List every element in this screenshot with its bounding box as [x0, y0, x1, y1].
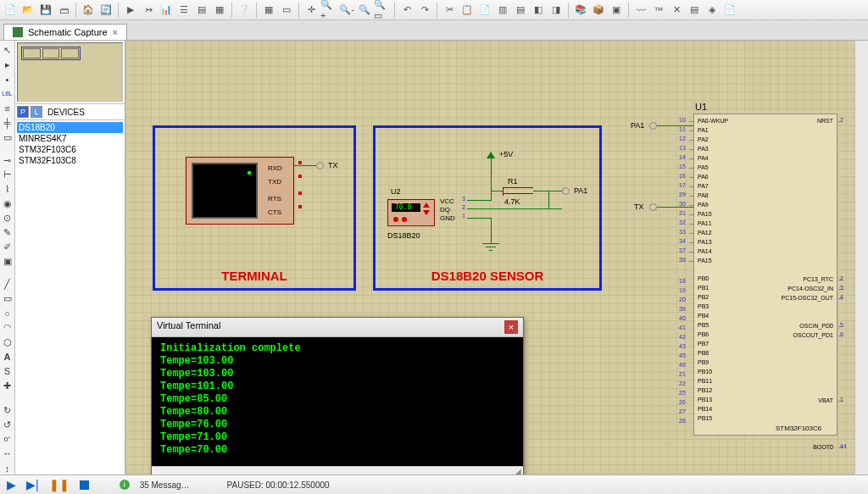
zoom-area-icon[interactable]: 🔍▭	[374, 2, 391, 19]
device-item-ds18b20[interactable]: DS18B20	[17, 122, 123, 133]
cut-icon[interactable]: ✂	[441, 2, 458, 19]
main-toolbar: 📄 📂 💾 🗃 🏠 🔄 ▶ ↣ 📊 ☰ ▤ ▦ ❔ ▦ ▭ ✛ 🔍+ 🔍- 🔍 …	[0, 0, 868, 20]
device-item-minres[interactable]: MINRES4K7	[17, 133, 123, 144]
play-toolbar-icon[interactable]: ▶	[122, 2, 139, 19]
report-icon[interactable]: 📄	[721, 2, 738, 19]
arc-icon[interactable]: ◠	[1, 321, 14, 334]
library-button[interactable]: L	[31, 106, 42, 118]
schematic-overview[interactable]	[17, 42, 123, 102]
tape-icon[interactable]: ◉	[1, 197, 14, 210]
device-list[interactable]: DS18B20 MINRES4K7 STM32F103C6 STM32F103C…	[15, 120, 125, 475]
angle-icon[interactable]: 0°	[1, 433, 14, 446]
stop-button[interactable]	[80, 480, 89, 490]
text-script-icon[interactable]: ≡	[1, 103, 14, 115]
bus-icon[interactable]: ╪	[1, 117, 14, 130]
step-icon[interactable]: ↣	[140, 2, 157, 19]
zoom-out-icon[interactable]: 🔍-	[338, 2, 355, 19]
message-count[interactable]: 35 Messag…	[140, 480, 190, 490]
block-move-icon[interactable]: ▤	[512, 2, 529, 19]
resistor-r1[interactable]	[503, 187, 533, 194]
new-icon[interactable]: 📄	[2, 2, 19, 19]
paste-icon[interactable]: 📄	[476, 2, 493, 19]
save-all-icon[interactable]: 🗃	[55, 2, 72, 19]
flip-h-icon[interactable]: ↔	[1, 447, 14, 460]
pin-icon[interactable]: ⊢	[1, 169, 14, 181]
schematic-canvas[interactable]: RXD TXD RTS CTS TX TERMINAL U2 70.0	[125, 41, 854, 475]
zoom-in-icon[interactable]: 🔍+	[320, 2, 337, 19]
play-button[interactable]: ▶	[7, 478, 16, 491]
temp-up-button[interactable]	[423, 203, 430, 208]
home-icon[interactable]: 🏠	[80, 2, 97, 19]
device-item-stm32c6[interactable]: STM32F103C6	[17, 144, 123, 155]
marker-icon[interactable]: ✚	[1, 380, 14, 392]
flip-v-icon[interactable]: ↕	[1, 462, 14, 475]
save-icon[interactable]: 💾	[37, 2, 54, 19]
list-icon[interactable]: ☰	[175, 2, 192, 19]
step-button[interactable]: ▶|	[26, 478, 39, 491]
pause-button[interactable]: ❚❚	[49, 478, 70, 491]
ds18b20-component[interactable]: 70.0	[387, 199, 435, 226]
block-delete-icon[interactable]: ◨	[548, 2, 565, 19]
pick-button[interactable]: P	[17, 106, 29, 118]
grid-icon[interactable]: ▦	[260, 2, 277, 19]
virtual-terminal-window[interactable]: Virtual Terminal × Initialization comple…	[151, 317, 524, 475]
package-icon[interactable]: 📦	[590, 2, 607, 19]
symbol-icon[interactable]: S	[1, 365, 14, 378]
undo-icon[interactable]: ↶	[398, 2, 415, 19]
device-item-stm32c8[interactable]: STM32F103C8	[17, 155, 123, 166]
poly-icon[interactable]: ⬡	[1, 336, 14, 349]
chip-icon[interactable]: ▦	[211, 2, 228, 19]
center-icon[interactable]: ✛	[303, 2, 320, 19]
label-icon[interactable]: LBL	[1, 87, 14, 100]
erc-icon[interactable]: ™	[650, 2, 667, 19]
sheet-icon[interactable]: ▭	[278, 2, 295, 19]
probe-i-icon[interactable]: ✐	[1, 241, 14, 253]
component-icon[interactable]: ▸	[1, 58, 14, 71]
text-icon[interactable]: A	[1, 351, 14, 364]
sensor-label: DS18B20 SENSOR	[376, 269, 599, 283]
rotate-cw-icon[interactable]: ↻	[1, 403, 14, 416]
rotate-ccw-icon[interactable]: ↺	[1, 419, 14, 431]
line-icon[interactable]: ╱	[1, 278, 14, 291]
terminal-icon[interactable]: ⊸	[1, 153, 14, 166]
wire-icon[interactable]: 〰	[632, 2, 649, 19]
rect-icon[interactable]: ▭	[1, 292, 14, 305]
junction-icon[interactable]: •	[1, 73, 14, 86]
pick-icon[interactable]: 📚	[572, 2, 589, 19]
circle-icon[interactable]: ○	[1, 307, 14, 319]
r1-value: 4.7K	[504, 197, 520, 206]
help-icon[interactable]: ❔	[236, 2, 253, 19]
vertical-scrollbar[interactable]	[854, 41, 868, 475]
compile-icon[interactable]: ◈	[704, 2, 721, 19]
decomp-icon[interactable]: ▣	[608, 2, 625, 19]
block-rotate-icon[interactable]: ◧	[530, 2, 547, 19]
tab-schematic[interactable]: Schematic Capture ×	[3, 24, 127, 40]
stm32-component[interactable]: PA0-WKUPPA1PA2PA3PA4PA5PA6PA7PA8PA9PA10P…	[693, 114, 837, 436]
virtual-terminal-component[interactable]: RXD TXD RTS CTS	[186, 157, 294, 225]
refresh-icon[interactable]: 🔄	[97, 2, 114, 19]
netlist-icon[interactable]: ✕	[668, 2, 685, 19]
sim-status: PAUSED: 00:00:12.550000	[227, 480, 330, 490]
zoom-fit-icon[interactable]: 🔍	[356, 2, 373, 19]
close-icon[interactable]: ×	[504, 320, 518, 334]
bom-icon[interactable]: ▤	[686, 2, 703, 19]
open-icon[interactable]: 📂	[19, 2, 36, 19]
block-copy-icon[interactable]: ▥	[494, 2, 511, 19]
probe-v-icon[interactable]: ✎	[1, 226, 14, 239]
net-tx	[316, 162, 324, 169]
temp-down-button[interactable]	[423, 210, 430, 215]
close-icon[interactable]: ×	[113, 27, 118, 37]
message-icon[interactable]: i	[120, 480, 130, 490]
page-icon[interactable]: ▤	[193, 2, 210, 19]
subcircuit-icon[interactable]: ▭	[1, 131, 14, 144]
generator-icon[interactable]: ⊙	[1, 212, 14, 225]
redo-icon[interactable]: ↷	[416, 2, 433, 19]
terminal-label: TERMINAL	[155, 269, 353, 283]
graph-tool-icon[interactable]: ⌇	[1, 183, 14, 196]
resize-handle-icon[interactable]: ◢	[152, 466, 523, 475]
graph-icon[interactable]: 📊	[158, 2, 175, 19]
pointer-icon[interactable]: ↖	[1, 44, 14, 57]
copy-icon[interactable]: 📋	[459, 2, 476, 19]
ds18b20-display: 70.0	[395, 203, 411, 211]
instrument-icon[interactable]: ▣	[1, 255, 14, 268]
